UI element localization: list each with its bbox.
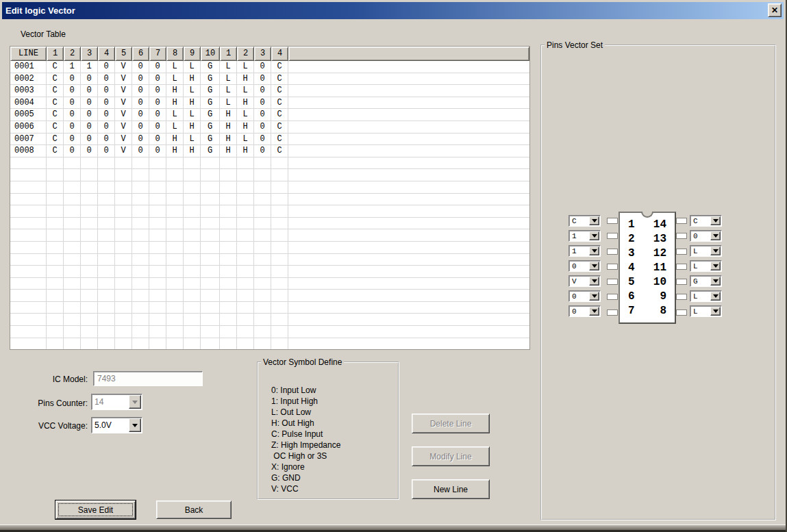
- vector-cell[interactable]: H: [237, 97, 254, 110]
- vector-cell[interactable]: L: [184, 61, 201, 73]
- vector-cell[interactable]: V: [115, 85, 132, 97]
- line-number-cell[interactable]: 0005: [10, 109, 47, 121]
- column-header-pin-6[interactable]: 6: [132, 47, 149, 61]
- vector-cell[interactable]: L: [220, 85, 237, 97]
- line-number-cell[interactable]: [10, 254, 47, 266]
- vector-cell[interactable]: 0: [98, 85, 115, 97]
- vector-cell[interactable]: C: [271, 73, 288, 86]
- vector-cell[interactable]: L: [237, 134, 254, 146]
- vector-cell[interactable]: V: [115, 145, 132, 157]
- vector-cell[interactable]: 0: [132, 61, 149, 73]
- vector-cell[interactable]: 0: [254, 109, 271, 121]
- vector-cell[interactable]: L: [237, 61, 254, 73]
- vector-cell[interactable]: 0: [81, 85, 98, 97]
- vector-cell[interactable]: 0: [64, 134, 81, 146]
- vector-cell[interactable]: L: [184, 134, 201, 146]
- vector-cell[interactable]: 0: [149, 73, 166, 86]
- vector-cell[interactable]: 1: [81, 61, 98, 73]
- pin-10-select[interactable]: G: [690, 275, 722, 287]
- column-header-pin-4[interactable]: 4: [98, 47, 115, 61]
- vector-cell[interactable]: G: [201, 145, 220, 157]
- vector-cell[interactable]: V: [115, 61, 132, 73]
- line-number-cell[interactable]: [10, 181, 47, 194]
- pin-12-select[interactable]: L: [690, 245, 722, 257]
- line-number-cell[interactable]: 0007: [10, 134, 47, 146]
- column-header-pin-2[interactable]: 2: [237, 47, 254, 61]
- line-number-cell[interactable]: [10, 169, 47, 181]
- vector-cell[interactable]: L: [237, 109, 254, 121]
- vector-cell[interactable]: C: [271, 97, 288, 110]
- vector-cell[interactable]: 0: [149, 134, 166, 146]
- vector-cell[interactable]: 0: [254, 61, 271, 73]
- pin-7-select-dropdown-arrow-icon[interactable]: [589, 307, 599, 316]
- vector-cell[interactable]: C: [271, 121, 288, 134]
- vector-cell[interactable]: G: [201, 85, 220, 97]
- vector-cell[interactable]: 0: [254, 85, 271, 97]
- vector-cell[interactable]: H: [220, 145, 237, 157]
- vector-cell[interactable]: C: [271, 145, 288, 157]
- vector-cell[interactable]: 0: [98, 145, 115, 157]
- vector-cell[interactable]: C: [271, 134, 288, 146]
- column-header-pin-5[interactable]: 5: [115, 47, 132, 61]
- vector-cell[interactable]: 0: [81, 121, 98, 134]
- vector-cell[interactable]: 0: [132, 73, 149, 86]
- vector-cell[interactable]: 0: [132, 121, 149, 134]
- line-number-cell[interactable]: [10, 326, 47, 338]
- vector-cell[interactable]: G: [201, 121, 220, 134]
- vector-cell[interactable]: H: [166, 85, 184, 97]
- vector-cell[interactable]: C: [47, 73, 64, 86]
- column-header-pin-4[interactable]: 4: [271, 47, 288, 61]
- vector-table[interactable]: LINE123456789101234 0001C110V00LLGLL0C00…: [10, 46, 530, 350]
- vector-cell[interactable]: 0: [81, 97, 98, 110]
- pin-5-select-dropdown-arrow-icon[interactable]: [589, 277, 599, 286]
- vector-cell[interactable]: 0: [81, 73, 98, 86]
- pin-6-select[interactable]: 0: [569, 290, 601, 302]
- line-number-cell[interactable]: 0002: [10, 73, 47, 86]
- vector-cell[interactable]: 0: [149, 97, 166, 110]
- vector-cell[interactable]: 0: [64, 73, 81, 86]
- vector-cell[interactable]: H: [237, 145, 254, 157]
- vector-cell[interactable]: L: [220, 97, 237, 110]
- vector-cell[interactable]: C: [271, 109, 288, 121]
- vector-cell[interactable]: 1: [64, 61, 81, 73]
- column-header-pin-10[interactable]: 10: [201, 47, 220, 61]
- vector-cell[interactable]: 0: [98, 109, 115, 121]
- pin-14-select-dropdown-arrow-icon[interactable]: [710, 216, 721, 225]
- line-number-cell[interactable]: 0003: [10, 85, 47, 97]
- vector-cell[interactable]: H: [166, 134, 184, 146]
- pin-13-select-dropdown-arrow-icon[interactable]: [710, 231, 721, 240]
- vector-cell[interactable]: V: [115, 97, 132, 110]
- vector-cell[interactable]: 0: [254, 145, 271, 157]
- vector-cell[interactable]: 0: [132, 134, 149, 146]
- line-number-cell[interactable]: [10, 205, 47, 218]
- vector-cell[interactable]: 0: [149, 61, 166, 73]
- column-header-pin-2[interactable]: 2: [64, 47, 81, 61]
- pin-2-select[interactable]: 1: [569, 230, 601, 242]
- line-number-cell[interactable]: 0008: [10, 145, 47, 157]
- vector-cell[interactable]: L: [166, 73, 184, 86]
- pin-8-select[interactable]: L: [690, 305, 722, 317]
- pin-5-select[interactable]: V: [569, 275, 601, 287]
- vector-cell[interactable]: 0: [149, 109, 166, 121]
- vector-cell[interactable]: 0: [98, 61, 115, 73]
- vector-cell[interactable]: C: [47, 85, 64, 97]
- vector-cell[interactable]: H: [220, 109, 237, 121]
- vector-cell[interactable]: V: [115, 134, 132, 146]
- vector-cell[interactable]: V: [115, 109, 132, 121]
- line-number-cell[interactable]: [10, 278, 47, 290]
- column-header-pin-9[interactable]: 9: [184, 47, 201, 61]
- line-number-cell[interactable]: 0006: [10, 121, 47, 134]
- vector-cell[interactable]: C: [47, 61, 64, 73]
- pin-14-select[interactable]: C: [690, 215, 722, 227]
- column-header-pin-8[interactable]: 8: [166, 47, 184, 61]
- line-number-cell[interactable]: [10, 266, 47, 278]
- line-number-cell[interactable]: [10, 218, 47, 230]
- vector-cell[interactable]: H: [237, 121, 254, 134]
- vector-cell[interactable]: H: [184, 145, 201, 157]
- vector-cell[interactable]: G: [201, 61, 220, 73]
- vcc-voltage-select[interactable]: 5.0V: [91, 417, 142, 433]
- vector-cell[interactable]: L: [237, 85, 254, 97]
- vector-cell[interactable]: V: [115, 73, 132, 86]
- vector-cell[interactable]: 0: [98, 73, 115, 86]
- pin-7-select[interactable]: 0: [569, 305, 601, 317]
